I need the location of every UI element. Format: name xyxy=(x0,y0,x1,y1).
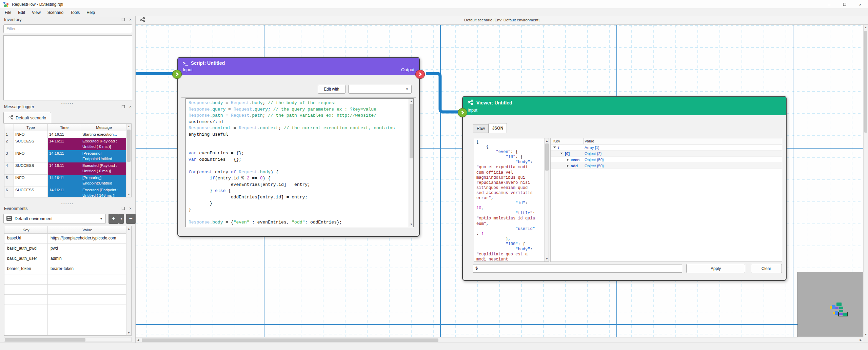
logger-row[interactable]: 1INFO14:16:11Starting execution... xyxy=(4,131,127,138)
logger-close-icon[interactable]: × xyxy=(128,104,133,109)
add-environment-button[interactable]: + xyxy=(108,214,119,224)
flow-canvas[interactable]: >_ Script: Untitled Input Output Edit wi… xyxy=(136,25,863,337)
menu-tools[interactable]: Tools xyxy=(67,10,83,15)
tree-row-even[interactable]: evenObject {50} xyxy=(551,157,782,163)
env-row[interactable] xyxy=(4,325,127,335)
env-row[interactable] xyxy=(4,305,127,315)
editor-select[interactable]: ▼ xyxy=(348,85,412,94)
viewer-input-port[interactable] xyxy=(458,108,467,117)
inventory-panel-title: Inventory xyxy=(4,17,21,22)
environments-float-icon[interactable] xyxy=(121,206,125,211)
scroll-down-icon[interactable]: ▼ xyxy=(864,332,868,337)
menu-scenario[interactable]: Scenario xyxy=(44,10,67,15)
script-input-port[interactable] xyxy=(172,70,182,79)
menu-file[interactable]: File xyxy=(1,10,15,15)
panel-splitter[interactable]: •••••• xyxy=(0,202,135,206)
script-node[interactable]: >_ Script: Untitled Input Output Edit wi… xyxy=(177,57,420,237)
script-node-header[interactable]: >_ Script: Untitled Input Output xyxy=(178,58,419,75)
code-vertical-scrollbar[interactable]: ▲ ▼ xyxy=(409,99,413,227)
script-code-editor[interactable]: Response.body = Request.body; // the bod… xyxy=(185,98,414,227)
env-row[interactable]: baseUrlhttps://jsonplaceholder.typicode.… xyxy=(4,234,127,244)
scroll-down-icon[interactable]: ▼ xyxy=(126,192,131,197)
menu-view[interactable]: View xyxy=(28,10,44,15)
tree-row-[interactable]: /Array [1] xyxy=(551,144,782,151)
env-row[interactable] xyxy=(4,295,127,305)
maximize-button[interactable] xyxy=(837,0,852,9)
logger-row[interactable]: 4SUCCESS14:16:11Executed [Payload : Unti… xyxy=(4,162,127,175)
scroll-down-icon[interactable]: ▼ xyxy=(409,222,414,227)
env-horizontal-scrollbar[interactable] xyxy=(4,337,132,342)
environments-close-icon[interactable]: × xyxy=(128,206,133,211)
scroll-up-icon[interactable]: ▲ xyxy=(126,124,131,129)
env-row[interactable] xyxy=(4,285,127,295)
script-node-title: Script: Untitled xyxy=(191,60,225,66)
inventory-close-icon[interactable]: × xyxy=(128,17,133,22)
environment-select[interactable]: Default environment ▼ xyxy=(3,214,106,224)
scroll-right-icon[interactable]: ▶ xyxy=(858,337,863,343)
scroll-down-icon[interactable]: ▼ xyxy=(126,330,131,335)
env-row[interactable]: basic_auth_useradmin xyxy=(4,254,127,264)
viewer-node-header[interactable]: Viewer: Untitled Input xyxy=(463,97,786,115)
logger-tab-default-scenario[interactable]: Default scenario xyxy=(3,112,51,123)
inventory-list[interactable] xyxy=(3,35,132,100)
viewer-node[interactable]: Viewer: Untitled Input Raw JSON [ { "eve… xyxy=(462,96,787,281)
scroll-down-icon[interactable]: ▼ xyxy=(545,256,549,261)
tab-json[interactable]: JSON xyxy=(489,123,507,133)
scroll-up-icon[interactable]: ▲ xyxy=(545,138,549,143)
collapse-icon[interactable] xyxy=(560,153,563,154)
canvas-header: Default scenario [Env: Default environme… xyxy=(136,16,868,25)
env-vertical-scrollbar[interactable]: ▲ ▼ xyxy=(126,226,131,335)
jsonpath-filter-input[interactable] xyxy=(473,265,682,273)
chevron-down-icon: ▼ xyxy=(406,88,409,91)
minimap-node xyxy=(835,307,839,309)
expand-icon[interactable] xyxy=(567,164,569,167)
remove-environment-button[interactable]: − xyxy=(126,214,136,224)
scroll-up-icon[interactable]: ▲ xyxy=(864,25,868,30)
scenario-title: Default scenario [Env: Default environme… xyxy=(136,18,868,22)
canvas-vertical-scrollbar[interactable]: ▲ ▼ xyxy=(863,25,868,337)
inventory-float-icon[interactable] xyxy=(121,17,125,22)
script-output-port[interactable] xyxy=(415,70,425,79)
scroll-up-icon[interactable]: ▲ xyxy=(409,99,414,104)
logger-row[interactable]: 6SUCCESS14:16:11Executed [Endpoint : Unt… xyxy=(4,187,127,197)
raw-json-panel[interactable]: [ { "even": { "10": { "body":"quo et exp… xyxy=(474,138,549,262)
env-row[interactable] xyxy=(4,274,127,285)
close-button[interactable]: × xyxy=(852,0,868,9)
logger-vertical-scrollbar[interactable]: ▲ ▼ xyxy=(126,124,131,197)
clear-button[interactable]: Clear xyxy=(751,264,782,273)
menu-help[interactable]: Help xyxy=(83,10,98,15)
canvas-horizontal-scrollbar[interactable]: ◀ ▶ xyxy=(136,337,863,343)
logger-row[interactable]: 3INFO14:16:11[Preparing] Endpoint:Untitl… xyxy=(4,150,127,162)
raw-json-text: [ { "even": { "10": { "body":"quo et exp… xyxy=(474,138,544,262)
env-row[interactable]: basic_auth_pwdpwd xyxy=(4,244,127,254)
env-col-value: Value xyxy=(48,226,127,234)
json-tree-panel[interactable]: Key Value /Array [1][0]Object {2}evenObj… xyxy=(550,138,782,262)
minimap-node xyxy=(839,307,843,309)
tab-raw[interactable]: Raw xyxy=(473,124,489,133)
scroll-up-icon[interactable]: ▲ xyxy=(126,226,131,231)
apply-button[interactable]: Apply xyxy=(686,264,745,273)
raw-vertical-scrollbar[interactable]: ▲ ▼ xyxy=(544,138,549,261)
logger-row[interactable]: 5INFO14:16:11[Preparing] Endpoint:Untitl… xyxy=(4,175,127,187)
inventory-filter-input[interactable] xyxy=(3,24,132,33)
scroll-left-icon[interactable]: ◀ xyxy=(136,337,141,343)
menu-edit[interactable]: Edit xyxy=(15,10,28,15)
tree-row-0[interactable]: [0]Object {2} xyxy=(551,151,782,157)
add-environment-caret[interactable]: ▼ xyxy=(119,214,124,224)
minimap[interactable] xyxy=(797,272,863,337)
logger-row[interactable]: 2SUCCESS14:16:11Executed [Payload : Unti… xyxy=(4,138,127,150)
logger-table-header: TypeTimeMessage xyxy=(4,124,131,131)
chevron-down-icon: ▼ xyxy=(100,217,103,220)
env-row[interactable] xyxy=(4,315,127,325)
collapse-icon[interactable] xyxy=(553,147,556,148)
logger-float-icon[interactable] xyxy=(121,104,125,109)
tree-col-key: Key xyxy=(553,139,560,143)
edit-with-button[interactable]: Edit with xyxy=(318,85,346,94)
minimap-node xyxy=(833,312,835,314)
environment-icon xyxy=(6,216,12,222)
expand-icon[interactable] xyxy=(567,158,569,161)
tree-row-odd[interactable]: oddObject {50} xyxy=(551,163,782,169)
minimize-button[interactable]: – xyxy=(821,0,837,9)
minimap-viewport[interactable] xyxy=(838,312,848,316)
env-row[interactable]: bearer_tokenbearer-token xyxy=(4,264,127,274)
